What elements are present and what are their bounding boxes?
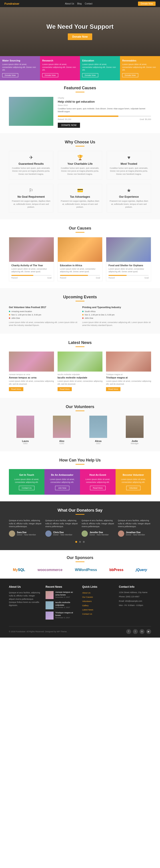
youtube-icon[interactable]: ▶ [146, 629, 151, 634]
sponsors-row: MySQL woocommerce WWordPress bbPress jQu… [9, 566, 151, 573]
news-readmore-1[interactable]: Read More [57, 387, 72, 391]
help-ambassador: Be An Ambassador Lorem ipsum dolor sit a… [44, 469, 80, 495]
cat-water-text: Lorem ipsum dolor sit amet, consectetur … [2, 63, 38, 71]
testi-dot-0[interactable] [75, 541, 77, 543]
why-section: Why Choose Us ✈ Guaranteed Results Curab… [0, 133, 160, 219]
cat-research-title: Research [42, 59, 78, 62]
volunteer-1: Alex COO [45, 415, 78, 444]
help-title: How Can You Help Us [9, 458, 151, 463]
featured-image-inner [9, 97, 53, 126]
cat-renewables-text: Lorem ipsum dolor sit amet, consectetur … [122, 63, 158, 71]
sponsor-wordpress: WWordPress [72, 566, 99, 573]
cause-progress-2 [109, 275, 149, 276]
vol-role-2: CEO [82, 442, 115, 444]
nav-link-blog[interactable]: Blog [77, 2, 82, 5]
causes-section: Our Causes Charity Activity of The Year … [0, 219, 160, 288]
top-navigation: Fundraiser About Us Blog Contact Donate … [0, 0, 160, 7]
why-title: Why Choose Us [9, 140, 151, 145]
vol-name-3: Jodie [118, 440, 151, 442]
event-detail-0-0: Amazing event location [11, 310, 32, 313]
event-dot-yellow [9, 314, 10, 315]
testi-info-3: Jonathan Doe Donor - New Member [126, 531, 145, 536]
footer-link-0[interactable]: About Us [82, 591, 114, 594]
footer-link-news[interactable]: Latest News [82, 609, 93, 611]
why-item-4: 💳 Tax Advantages Praesent non augue eges… [58, 184, 102, 213]
cat-research-btn[interactable]: Donate Now [42, 73, 58, 77]
sponsors-section: Our Sponsors MySQL woocommerce WWordPres… [0, 550, 160, 579]
footer-link-causes[interactable]: Our Causes [82, 596, 93, 598]
why-item-5: ★ Our Experience Praesent non augue eges… [107, 184, 151, 213]
why-item-1-text: Curabitur luctus sem quam, quis venenati… [60, 167, 100, 176]
why-item-3-title: No Goal Requirement [11, 195, 51, 198]
featured-donate-button[interactable]: DONATE NOW [58, 123, 80, 128]
testi-dot-1[interactable] [79, 541, 81, 543]
cat-renewables-btn[interactable]: Donate Now [122, 73, 138, 77]
footer-link-volunteers[interactable]: Volunteers [82, 600, 92, 602]
event-list-item: John Doe [82, 317, 151, 319]
cause-goal-0: Goal [47, 277, 51, 279]
help-volunteer-btn[interactable]: Volunteer [126, 486, 141, 490]
help-event-btn[interactable]: Read More [90, 486, 106, 490]
footer-grid: About Us Quisque et arcu facilisis, adip… [9, 585, 151, 622]
testi-card-2: Quisque et arcu facilisis, adipiscing nu… [82, 519, 115, 537]
featured-details: Charity Help child to get education Sinc… [58, 97, 151, 128]
footer-links-title: Quick Links [82, 585, 114, 588]
footer-link-4[interactable]: Latest News [82, 608, 114, 611]
cause-goal-2: Goal [145, 277, 149, 279]
event-item-1: Printing and Typesetting Industry South … [82, 306, 151, 327]
footer-about-text: Quisque et arcu facilisis, adipiscing nu… [9, 591, 41, 607]
event-title-1: Printing and Typesetting Industry [82, 306, 151, 309]
footer-link-5[interactable]: Contact Us [82, 612, 114, 615]
featured-cause-sub: Since 2010 [58, 104, 151, 106]
testi-role-2: Donor - New Member [89, 534, 109, 536]
footer-link-contact[interactable]: Contact Us [82, 613, 92, 615]
testi-card-3: Quisque et arcu facilisis, adipiscing nu… [118, 519, 151, 537]
cause-card-0: Charity Activity of The Year Lorem ipsum… [9, 237, 54, 281]
hero-donate-button[interactable]: Donate Now [68, 33, 92, 40]
instagram-icon[interactable]: in [139, 629, 145, 634]
vol-role-1: COO [45, 442, 78, 444]
trusted-icon: ♥ [109, 155, 149, 160]
nav-link-about[interactable]: About Us [65, 2, 74, 5]
footer-about: About Us Quisque et arcu facilisis, adip… [9, 585, 41, 622]
help-ambassador-btn[interactable]: Join Now [55, 486, 69, 490]
sponsors-divider [76, 561, 84, 562]
footer-link-3[interactable]: Gallery [82, 604, 114, 607]
nav-donate-button[interactable]: Donate Now [138, 2, 156, 6]
testi-avatar-2 [82, 530, 88, 537]
event-dot-red [9, 317, 10, 319]
footer-quick-links: Quick Links About Us Our Causes Voluntee… [82, 585, 114, 622]
testi-role-1: Donor - New Member [53, 534, 73, 536]
recent-thumb-2 [46, 612, 53, 620]
news-meta-0: Aenean tempus ac urna [9, 373, 54, 376]
vol-photo-3 [126, 415, 144, 438]
footer-link-1[interactable]: Our Causes [82, 595, 114, 598]
cat-water-btn[interactable]: Donate Now [2, 73, 18, 77]
footer-link-2[interactable]: Volunteers [82, 599, 114, 602]
footer-link-about[interactable]: About Us [82, 592, 90, 594]
help-touch-btn[interactable]: Contact Us [19, 486, 35, 490]
volunteer-3: Jodie Manager [118, 415, 151, 444]
news-readmore-0[interactable]: Read More [9, 387, 23, 391]
nav-link-contact[interactable]: Contact [85, 2, 92, 5]
nav-links: About Us Blog Contact [65, 2, 92, 5]
testimonials-dots [9, 540, 151, 544]
footer-contact: Contact Info 1234 Street Address, City N… [119, 585, 151, 622]
sponsor-woocommerce: woocommerce [35, 566, 65, 573]
recent-thumb-1 [46, 601, 53, 609]
cat-education-btn[interactable]: Donate Now [82, 73, 98, 77]
twitter-icon[interactable]: t [133, 629, 138, 634]
testi-dot-2[interactable] [83, 541, 85, 543]
event-desc-1: Lorem ipsum dolor sit amet, consectetur … [82, 321, 151, 327]
volunteers-section: Our Volunteers Laura CEO Alex COO Alexa … [0, 398, 160, 451]
news-readmore-2[interactable]: Read More [106, 387, 120, 391]
facebook-icon[interactable]: f [126, 629, 131, 634]
help-divider [76, 464, 84, 465]
testi-avatar-1 [45, 530, 51, 537]
vol-photo-2 [89, 415, 107, 438]
footer-link-gallery[interactable]: Gallery [82, 604, 89, 607]
why-item-3-text: Praesent non augue egestas, dapibus diam… [11, 200, 51, 209]
testi-name-2: Jennifer Doe [89, 531, 109, 534]
volunteers-grid: Laura CEO Alex COO Alexa CEO Jodie Manag… [9, 415, 151, 444]
cause-image-2 [106, 237, 151, 262]
